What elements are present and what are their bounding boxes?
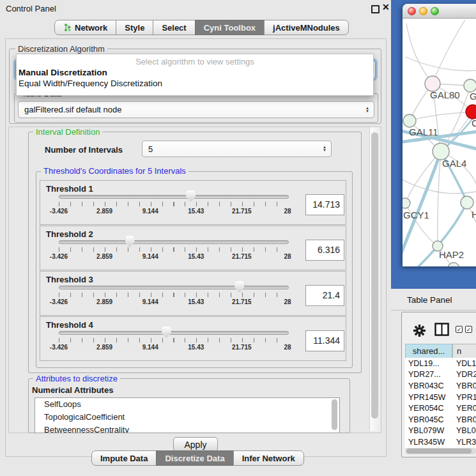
threshold-4-panel: Threshold 4 -3.4262.8599.14415.4321.7152… xyxy=(40,316,346,361)
tab-network[interactable]: Network xyxy=(54,20,116,35)
table-row[interactable]: YER054CYER0 xyxy=(405,403,476,414)
list-scrollbar-thumb[interactable] xyxy=(332,399,337,430)
table-row[interactable]: YBR043CYBR0 xyxy=(405,380,476,392)
threshold-4-slider-thumb[interactable] xyxy=(162,326,171,338)
threshold-3-value-field[interactable]: 21.4 xyxy=(305,285,344,306)
threshold-3-slider[interactable] xyxy=(59,286,289,289)
threshold-3-panel: Threshold 3 -3.4262.8599.14415.4321.7152… xyxy=(40,271,346,316)
threshold-1-panel: Threshold 1 -3.4262.8599.14415.4321.7152… xyxy=(40,180,346,225)
bottom-tab-bar: Impute Data Discretize Data Infer Networ… xyxy=(91,450,304,466)
node-label: GAL80 xyxy=(430,89,460,100)
close-icon[interactable]: ✕ xyxy=(382,2,390,12)
network-canvas[interactable]: GAL80 GA C GAL11 GAL4 GCY1 H HAP2 xyxy=(403,19,476,266)
network-window-titlebar[interactable] xyxy=(403,4,476,19)
vertical-scrollbar-thumb[interactable] xyxy=(371,132,378,418)
node-label: H xyxy=(472,209,476,220)
tab-select[interactable]: Select xyxy=(153,20,195,35)
threshold-1-slider[interactable] xyxy=(59,195,289,199)
threshold-3-slider-thumb[interactable] xyxy=(234,281,244,293)
vertical-scrollbar[interactable] xyxy=(369,127,380,431)
horizontal-scrollbar-thumb[interactable] xyxy=(406,449,472,454)
list-item[interactable]: SelfLoops xyxy=(35,398,339,411)
threshold-2-value-field[interactable]: 6.316 xyxy=(305,240,344,261)
table-panel-header: Table Panel xyxy=(391,289,476,311)
node-cut-topright xyxy=(464,79,476,92)
slider-ticks xyxy=(59,202,288,206)
threshold-4-slider[interactable] xyxy=(59,331,289,335)
threshold-1-slider-thumb[interactable] xyxy=(186,190,196,202)
tab-cyni-toolbox[interactable]: Cyni Toolbox xyxy=(195,20,265,35)
number-of-intervals-combobox[interactable]: 5 ▲▼ xyxy=(142,141,332,157)
slider-ticks xyxy=(59,293,288,297)
combo-stepper-icon: ▲▼ xyxy=(365,107,369,113)
gear-icon[interactable] xyxy=(412,323,427,338)
column-layout-icon[interactable] xyxy=(434,323,449,336)
attributes-group-title: Attributes to discretize xyxy=(33,374,120,383)
node-h xyxy=(461,196,473,209)
number-of-intervals-label: Number of Intervals xyxy=(45,145,123,155)
node-label: C xyxy=(472,118,476,128)
threshold-2-slider-thumb[interactable] xyxy=(125,236,135,247)
list-item[interactable]: BetweennessCentrality xyxy=(35,424,339,433)
node-gcy1 xyxy=(403,198,410,208)
tab-infer-network[interactable]: Infer Network xyxy=(233,450,304,466)
apply-button[interactable]: Apply xyxy=(173,437,218,452)
threshold-1-value-field[interactable]: 14.713 xyxy=(305,194,344,215)
table-row[interactable]: YPR145WYPR1 xyxy=(405,392,476,403)
node-label: GA xyxy=(470,91,476,102)
discretization-algorithm-group-title: Discretization Algorithm xyxy=(15,45,107,53)
table-panel: ✓ ✓ shared... n YDL19...YDL1 YDR27...YDR… xyxy=(401,312,476,457)
threshold-4-value-field[interactable]: 11.344 xyxy=(305,330,344,351)
table-data-combobox[interactable]: galFiltered.sif default node ▲▼ xyxy=(18,101,374,118)
node-table-body[interactable]: YDL19...YDL1 YDR27...YDR2 YBR043CYBR0 YP… xyxy=(405,358,476,448)
table-row[interactable]: YDR27...YDR2 xyxy=(405,369,476,381)
node-label: GCY1 xyxy=(403,210,429,220)
node-label: GAL11 xyxy=(409,127,438,137)
checkbox-icon[interactable]: ✓ xyxy=(456,326,463,333)
algorithm-option-manual[interactable]: Manual Discretization xyxy=(17,66,373,77)
numerical-attributes-list[interactable]: SelfLoops TopologicalCoefficient Between… xyxy=(35,397,340,433)
slider-ticks xyxy=(59,247,288,252)
tab-impute-data[interactable]: Impute Data xyxy=(91,450,157,466)
column-header-shared[interactable]: shared... xyxy=(405,344,452,358)
horizontal-scrollbar[interactable] xyxy=(405,448,476,454)
panel-title: Control Panel xyxy=(6,4,56,13)
network-window: GAL80 GA C GAL11 GAL4 GCY1 H HAP2 xyxy=(403,4,476,266)
threshold-coordinates-group-title: Threshold's Coordinates for 5 Intervals xyxy=(41,167,188,175)
tab-jactivemnodules[interactable]: jActiveMNodules xyxy=(264,20,349,35)
algorithm-dropdown-popup: Select algorithm to view settings Manual… xyxy=(16,54,374,96)
table-row[interactable]: YBR045CYBR0 xyxy=(405,414,476,426)
algorithm-placeholder: Select algorithm to view settings xyxy=(17,57,373,66)
numerical-attributes-label: Numerical Attributes xyxy=(32,385,113,395)
top-tab-bar: Network Style Select Cyni Toolbox jActiv… xyxy=(54,20,349,35)
slider-ticks xyxy=(59,338,288,342)
checkbox-icon[interactable]: ✓ xyxy=(465,326,472,333)
app-window: Control Panel ✕ Network Style Select Cyn… xyxy=(0,0,476,476)
zoom-traffic-light-icon[interactable] xyxy=(431,7,439,15)
combo-stepper-icon: ▲▼ xyxy=(323,146,326,152)
table-panel-title: Table Panel xyxy=(407,295,452,305)
algorithm-option-equal-width[interactable]: Equal Width/Frequency Discretization xyxy=(17,77,373,88)
threshold-2-panel: Threshold 2 -3.4262.8599.14415.4321.7152… xyxy=(40,226,346,270)
list-item[interactable]: TopologicalCoefficient xyxy=(35,411,339,424)
node-label: GAL4 xyxy=(442,158,466,169)
node-red xyxy=(466,105,476,119)
minimize-traffic-light-icon[interactable] xyxy=(419,7,427,15)
table-row[interactable]: YBL079WYBL0 xyxy=(405,426,476,437)
column-header-name[interactable]: n xyxy=(452,344,476,358)
threshold-2-slider[interactable] xyxy=(59,240,289,244)
interval-definition-group-title: Interval Definition xyxy=(33,128,102,136)
tab-style[interactable]: Style xyxy=(116,20,153,35)
table-row[interactable]: YDL19...YDL1 xyxy=(405,358,476,369)
float-window-icon[interactable] xyxy=(371,5,380,13)
table-row[interactable]: YLR345WYLR3 xyxy=(405,436,476,448)
network-icon xyxy=(63,23,72,32)
close-traffic-light-icon[interactable] xyxy=(408,7,416,15)
node-gal11 xyxy=(403,114,416,127)
tab-discretize-data[interactable]: Discretize Data xyxy=(156,450,233,466)
node-label: HAP2 xyxy=(439,249,464,260)
